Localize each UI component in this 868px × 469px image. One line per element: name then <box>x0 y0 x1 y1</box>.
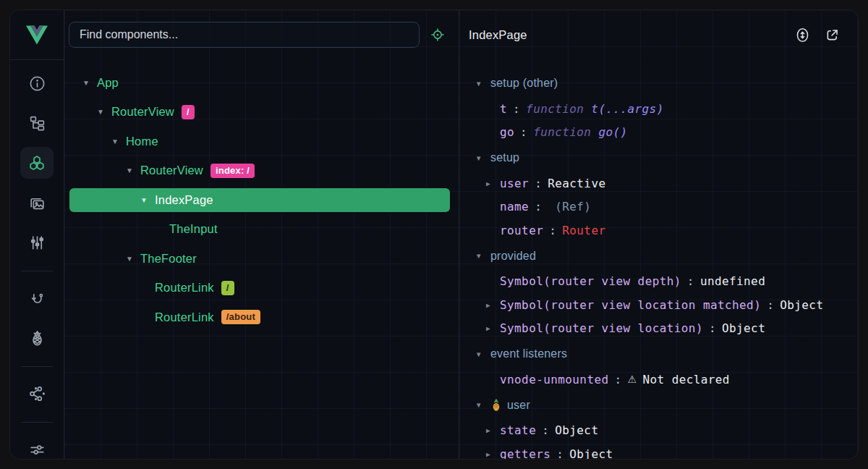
component-name: RouterView <box>111 105 174 119</box>
caret-right-icon[interactable]: ▶ <box>486 450 500 458</box>
caret-down-icon[interactable]: ▼ <box>125 255 134 263</box>
tree-row[interactable]: RouterLink/ <box>64 274 459 303</box>
route-badge: /about <box>221 310 260 324</box>
section-header[interactable]: ▼setup <box>459 144 858 172</box>
state-key: state <box>500 423 536 437</box>
section-header[interactable]: ▼user <box>459 392 858 419</box>
state-key: Symbol(router view location) <box>500 321 703 335</box>
tree-row[interactable]: ▼IndexPage <box>69 188 450 212</box>
caret-down-icon[interactable]: ▼ <box>475 252 485 260</box>
tree-row[interactable]: ▼TheFooter <box>64 244 459 274</box>
function-signature: t(...args) <box>591 102 663 116</box>
rail-item-pinia[interactable] <box>20 322 54 354</box>
tree-row[interactable]: TheInput <box>64 215 459 245</box>
component-name: RouterLink <box>155 281 214 295</box>
caret-down-icon[interactable]: ▼ <box>96 108 105 116</box>
section-label: event listeners <box>490 347 567 360</box>
inspector-header: IndexPage <box>459 10 858 59</box>
route-badge: index: / <box>210 164 255 178</box>
info-icon <box>28 75 46 93</box>
component-name: TheFooter <box>140 252 197 266</box>
component-name: Home <box>126 135 158 148</box>
state-row[interactable]: ▶Symbol(router view location):Object <box>459 317 858 341</box>
rail-item-info[interactable] <box>20 67 54 99</box>
component-name: TheInput <box>169 222 218 236</box>
function-signature: go() <box>598 125 627 139</box>
tree-row[interactable]: ▼RouterView/ <box>64 98 459 127</box>
state-row[interactable]: ▶user:Reactive <box>459 172 858 195</box>
state-row[interactable]: ▶Symbol(router view location matched):Ob… <box>459 293 858 317</box>
tree-row[interactable]: ▼Home <box>64 127 459 156</box>
state-value: Object <box>555 423 598 437</box>
search-input[interactable] <box>69 22 420 48</box>
component-tree: ▼App▼RouterView/▼Home▼RouterViewindex: /… <box>64 59 459 332</box>
timeline-icon <box>28 234 46 252</box>
scroll-to-component-icon[interactable] <box>793 26 811 43</box>
key-value-separator: : <box>703 321 722 335</box>
state-key: getters <box>500 447 550 459</box>
key-value-separator: : <box>536 423 555 437</box>
caret-down-icon[interactable]: ▼ <box>475 80 485 88</box>
state-key: t <box>500 102 507 116</box>
rail-item-hooks[interactable] <box>20 282 54 314</box>
vue-logo <box>10 10 64 60</box>
inspector-title: IndexPage <box>469 28 527 42</box>
caret-down-icon[interactable]: ▼ <box>82 79 90 87</box>
open-in-editor-icon[interactable] <box>823 26 841 43</box>
state-row: t:functiont(...args) <box>459 97 858 121</box>
caret-down-icon[interactable]: ▼ <box>475 154 485 162</box>
function-keyword: function <box>526 102 584 116</box>
rail-divider <box>21 366 53 367</box>
key-value-separator: : <box>543 224 562 237</box>
rail-item-assets[interactable] <box>20 187 54 219</box>
state-section: ▼event listenersvnode-unmounted:⚠Not dec… <box>459 340 858 392</box>
state-key: vnode-unmounted <box>500 373 609 386</box>
caret-right-icon[interactable]: ▶ <box>486 324 500 332</box>
component-name: RouterView <box>140 164 203 177</box>
section-header[interactable]: ▼setup (other) <box>459 69 858 97</box>
caret-down-icon[interactable]: ▼ <box>140 196 148 204</box>
rail-item-component-tree[interactable] <box>20 107 54 139</box>
rail-item-timeline[interactable] <box>20 227 54 258</box>
section-header[interactable]: ▼event listeners <box>459 340 858 368</box>
devtools-window: ▼App▼RouterView/▼Home▼RouterViewindex: /… <box>10 10 858 459</box>
component-name: RouterLink <box>155 310 214 324</box>
state-value: Router <box>562 224 605 237</box>
caret-right-icon[interactable]: ▶ <box>486 426 500 434</box>
tree-row[interactable]: ▼RouterViewindex: / <box>64 156 459 186</box>
state-value: undefined <box>700 274 765 288</box>
state-key: name <box>500 200 529 214</box>
tree-row[interactable]: ▼App <box>64 68 459 98</box>
rail-item-components[interactable] <box>20 147 54 179</box>
caret-down-icon[interactable]: ▼ <box>475 401 485 409</box>
function-keyword: function <box>533 125 591 139</box>
caret-down-icon[interactable]: ▼ <box>475 350 485 358</box>
component-tree-icon <box>28 114 46 132</box>
caret-right-icon[interactable]: ▶ <box>486 301 500 309</box>
settings-icon <box>28 441 46 459</box>
icon-rail <box>10 10 64 459</box>
rail-divider <box>21 422 53 423</box>
caret-right-icon[interactable]: ▶ <box>486 179 500 187</box>
state-section: ▼setup (other)t:functiont(...args)go:fun… <box>459 69 858 144</box>
caret-down-icon[interactable]: ▼ <box>125 166 134 174</box>
state-value: Object <box>780 298 823 312</box>
state-section: ▼setup▶user:Reactivename:(Ref)router:Rou… <box>459 144 858 242</box>
state-row[interactable]: ▶getters:Object <box>459 442 858 459</box>
key-value-separator: : <box>550 447 569 459</box>
key-value-separator: : <box>681 274 700 288</box>
section-label: setup <box>490 151 519 164</box>
section-header[interactable]: ▼provided <box>459 242 858 270</box>
tree-row[interactable]: RouterLink/about <box>64 303 459 332</box>
components-icon <box>27 155 46 172</box>
pinia-icon <box>28 329 46 347</box>
value-type-hint: (Ref) <box>555 200 591 214</box>
section-label: provided <box>490 250 536 263</box>
caret-down-icon[interactable]: ▼ <box>111 138 119 145</box>
rail-item-settings[interactable] <box>20 434 54 459</box>
key-value-separator: : <box>529 177 548 190</box>
rail-item-graph[interactable] <box>20 378 54 410</box>
state-row: name:(Ref) <box>459 195 858 219</box>
select-component-target-icon[interactable] <box>430 27 446 43</box>
state-row[interactable]: ▶state:Object <box>459 419 858 443</box>
